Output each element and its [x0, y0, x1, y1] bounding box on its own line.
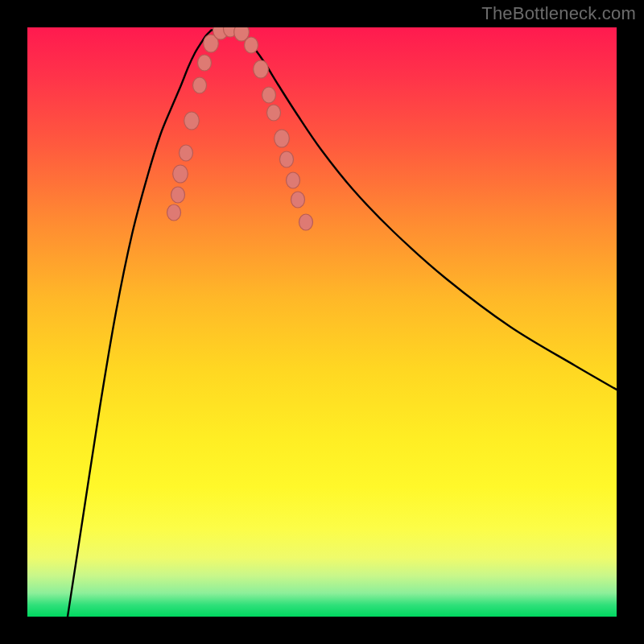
marker-dot: [287, 172, 300, 188]
marker-dot: [262, 87, 276, 103]
marker-dot: [180, 145, 193, 161]
marker-dot: [299, 214, 313, 230]
watermark-text: TheBottleneck.com: [481, 3, 636, 24]
marker-dot: [193, 77, 207, 93]
marker-dot: [167, 204, 181, 221]
marker-dot: [184, 112, 200, 130]
plot-area: [27, 27, 617, 617]
chart-stage: TheBottleneck.com: [0, 0, 644, 644]
marker-dot: [291, 192, 305, 208]
marker-dot: [198, 55, 212, 71]
marker-dot: [267, 105, 281, 121]
marker-dot: [171, 187, 185, 203]
marker-dot: [254, 60, 269, 78]
bottleneck-curve: [68, 27, 617, 617]
marker-dot: [245, 37, 258, 53]
marker-dot: [173, 165, 188, 183]
marker-dot: [275, 130, 290, 147]
marker-cluster: [167, 27, 313, 230]
marker-dot: [280, 151, 294, 167]
curve-layer: [27, 27, 617, 617]
